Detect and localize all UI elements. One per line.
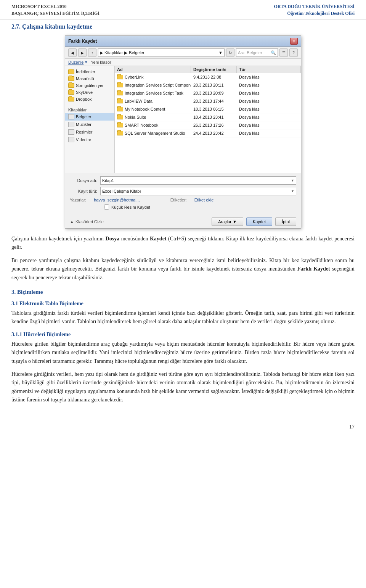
table-row[interactable]: My Notebook Content18.3.2013 06:15Dosya … bbox=[115, 105, 301, 113]
folder-icon bbox=[117, 99, 123, 103]
header-title-line1: MICROSOFT EXCEL 2010 bbox=[11, 4, 66, 9]
file-type-cell: Dosya klas bbox=[237, 130, 301, 136]
file-name: Integration Services Script Component bbox=[125, 83, 191, 87]
back-button[interactable]: ◀ bbox=[68, 48, 77, 57]
table-row[interactable]: CyberLink9.4.2013 22:08Dosya klas bbox=[115, 73, 301, 81]
file-type-cell: Dosya klas bbox=[237, 106, 301, 112]
file-name: CyberLink bbox=[125, 75, 144, 79]
dialog-form: Dosya adı: Kitap1 ▼ Kayıt türü: Excel Ça… bbox=[65, 173, 301, 215]
folder-icon bbox=[68, 90, 74, 95]
klasorler-gizle-button[interactable]: ▲ Klasörleri Gizle bbox=[70, 219, 104, 224]
dialog-body: İndirilenler Masaüstü Son gidilen yer Sk… bbox=[65, 66, 301, 173]
file-date-cell: 18.3.2013 06:15 bbox=[191, 106, 237, 112]
sidebar-label-videolar: Videolar bbox=[76, 137, 91, 142]
folder-icon bbox=[117, 75, 123, 79]
kayit-turu-label: Kayıt türü: bbox=[70, 189, 100, 193]
dialog-toolbar2: Düzenle ▼ Yeni klasör bbox=[65, 59, 301, 66]
sidebar-item-resimler[interactable]: Resimler bbox=[65, 128, 114, 136]
libraries-group-label: Kitaplıklar bbox=[65, 106, 114, 113]
filelist-header: Ad Değiştirme tarihi Tür bbox=[115, 66, 301, 73]
folder-icon bbox=[68, 97, 74, 101]
file-type-cell: Dosya klas bbox=[237, 82, 301, 88]
dialog-toolbar: ◀ ▶ ↑ ▶ Kitaplıklar ▶ Belgeler ▼ ↻ Ara: … bbox=[65, 47, 301, 59]
table-row[interactable]: LabVIEW Data20.3.2013 17:44Dosya klas bbox=[115, 97, 301, 105]
file-name: My Notebook Content bbox=[125, 107, 165, 111]
header-org-line1: ORTA DOĞU TEKNİK ÜNİVERSİTESİ bbox=[274, 3, 355, 10]
path-belgeler: Belgeler bbox=[129, 50, 144, 55]
refresh-button[interactable]: ↻ bbox=[226, 48, 234, 57]
dialog-title: Farklı Kaydet bbox=[68, 39, 97, 44]
sidebar-item-dropbox[interactable]: Dropbox bbox=[65, 96, 114, 103]
filelist-rows: CyberLink9.4.2013 22:08Dosya klasIntegra… bbox=[115, 73, 301, 137]
dosya-adi-row: Dosya adı: Kitap1 ▼ bbox=[70, 176, 296, 185]
duzenle-label: Düzenle bbox=[68, 60, 83, 64]
page-header: MICROSOFT EXCEL 2010 BAŞLANGIÇ SEVİYESİ … bbox=[0, 0, 366, 19]
sidebar-item-belgeler[interactable]: Belgeler bbox=[65, 113, 114, 121]
file-name: LabVIEW Data bbox=[125, 99, 152, 103]
yazarlar-value[interactable]: havva_sezgin@hotmai... bbox=[94, 198, 140, 202]
etiketler-value[interactable]: Etiket ekle bbox=[194, 198, 214, 202]
sidebar-item-indirilenler[interactable]: İndirilenler bbox=[65, 68, 114, 75]
help-button[interactable]: ? bbox=[289, 48, 298, 57]
table-row[interactable]: Integration Services Script Component20.… bbox=[115, 81, 301, 89]
folder-icon bbox=[68, 69, 74, 74]
table-row[interactable]: SMART Notebook26.3.2013 17:26Dosya klas bbox=[115, 121, 301, 129]
table-row[interactable]: Integration Services Script Task20.3.201… bbox=[115, 89, 301, 97]
header-right: ORTA DOĞU TEKNİK ÜNİVERSİTESİ Öğretim Te… bbox=[274, 3, 355, 17]
lib-icon bbox=[68, 137, 74, 142]
up-button[interactable]: ↑ bbox=[88, 48, 96, 57]
input-dropdown-arrow2: ▼ bbox=[291, 189, 294, 193]
file-type-cell: Dosya klas bbox=[237, 122, 301, 128]
path-sep: ▶ bbox=[124, 50, 127, 55]
file-name-cell: LabVIEW Data bbox=[115, 98, 191, 104]
paragraph-2: Bu pencere yardımıyla çalışma kitabını k… bbox=[11, 256, 355, 282]
iptal-button[interactable]: İptal bbox=[275, 217, 296, 226]
kayit-turu-input[interactable]: Excel Çalışma Kitabı ▼ bbox=[100, 187, 296, 195]
file-date-cell: 10.4.2013 23:41 bbox=[191, 114, 237, 120]
folder-icon bbox=[117, 115, 123, 119]
bold-farkli-kaydet: Farklı Kaydet bbox=[297, 266, 330, 272]
section-311-heading: 3.1.1 Hücreleri Biçimleme bbox=[11, 332, 355, 338]
dosya-adi-label: Dosya adı: bbox=[70, 178, 100, 183]
kucuk-resim-checkbox[interactable] bbox=[104, 205, 109, 209]
sidebar-label-skydrive: SkyDrive bbox=[76, 90, 93, 95]
file-name-cell: SQL Server Management Studio bbox=[115, 130, 191, 136]
table-row[interactable]: SQL Server Management Studio24.4.2013 23… bbox=[115, 129, 301, 137]
dialog-close-button[interactable]: ✕ bbox=[290, 38, 298, 45]
bold-kaydet: Kaydet bbox=[150, 236, 167, 242]
file-type-cell: Dosya klas bbox=[237, 114, 301, 120]
folder-icon bbox=[68, 76, 74, 81]
file-name-cell: Integration Services Script Task bbox=[115, 90, 191, 96]
paragraph-1: Çalışma kitabını kaydetmek için yazılımı… bbox=[11, 235, 355, 252]
kaydet-button[interactable]: Kaydet bbox=[246, 217, 272, 226]
kayit-turu-value: Excel Çalışma Kitabı bbox=[102, 189, 141, 193]
araclar-button[interactable]: Araçlar ▼ bbox=[212, 217, 243, 226]
table-row[interactable]: Nokia Suite10.4.2013 23:41Dosya klas bbox=[115, 113, 301, 121]
lib-icon bbox=[68, 122, 74, 127]
sidebar-item-skydrive[interactable]: SkyDrive bbox=[65, 89, 114, 96]
header-org-line2: Öğretim Teknolojileri Destek Ofisi bbox=[274, 10, 355, 17]
search-text: Ara: Belgeler bbox=[238, 50, 271, 55]
yeni-klasor-button[interactable]: Yeni klasör bbox=[91, 60, 111, 64]
sidebar-item-son-gidilen[interactable]: Son gidilen yer bbox=[65, 82, 114, 89]
view-button[interactable]: ☰ bbox=[279, 48, 288, 57]
sidebar-label-resimler: Resimler bbox=[76, 130, 92, 134]
dosya-adi-input[interactable]: Kitap1 ▼ bbox=[100, 176, 296, 185]
file-name-cell: Nokia Suite bbox=[115, 114, 191, 120]
col-header-type: Tür bbox=[237, 66, 301, 73]
file-name-cell: CyberLink bbox=[115, 74, 191, 80]
search-bar[interactable]: Ara: Belgeler 🔍 bbox=[236, 48, 278, 57]
forward-button[interactable]: ▶ bbox=[78, 48, 87, 57]
paragraph-5: Hücrelere girdiğiniz verileri, hem yazı … bbox=[11, 370, 355, 404]
sidebar-item-masaustu[interactable]: Masaüstü bbox=[65, 75, 114, 82]
folder-icon bbox=[117, 131, 123, 135]
path-bar[interactable]: ▶ Kitaplıklar ▶ Belgeler ▼ bbox=[98, 48, 225, 57]
file-name: Integration Services Script Task bbox=[125, 91, 183, 95]
sidebar-item-videolar[interactable]: Videolar bbox=[65, 136, 114, 143]
sidebar-item-muzikler[interactable]: Müzikler bbox=[65, 121, 114, 128]
file-date-cell: 20.3.2013 20:09 bbox=[191, 90, 237, 96]
bold-dosya: Dosya bbox=[106, 236, 120, 242]
yazarlar-label: Yazarlar: bbox=[70, 198, 86, 202]
duzenle-button[interactable]: Düzenle ▼ bbox=[68, 60, 88, 64]
file-name-cell: My Notebook Content bbox=[115, 106, 191, 112]
